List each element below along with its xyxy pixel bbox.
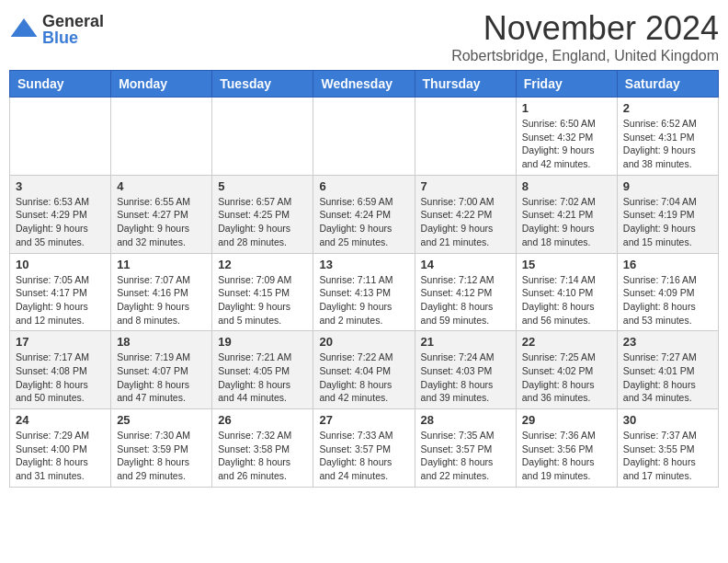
day-info: Sunrise: 7:09 AM Sunset: 4:15 PM Dayligh… (218, 273, 307, 327)
calendar-cell (313, 98, 415, 176)
day-header-saturday: Saturday (617, 71, 718, 98)
day-info: Sunrise: 7:24 AM Sunset: 4:03 PM Dayligh… (421, 350, 510, 405)
day-header-wednesday: Wednesday (313, 71, 415, 98)
day-header-friday: Friday (516, 71, 617, 98)
day-info: Sunrise: 7:37 AM Sunset: 3:55 PM Dayligh… (623, 429, 712, 483)
day-info: Sunrise: 7:36 AM Sunset: 3:56 PM Dayligh… (522, 429, 611, 483)
day-number: 28 (421, 413, 510, 427)
calendar-cell (212, 98, 313, 176)
calendar-cell: 10Sunrise: 7:05 AM Sunset: 4:17 PM Dayli… (10, 253, 111, 331)
day-info: Sunrise: 7:25 AM Sunset: 4:02 PM Dayligh… (522, 350, 611, 405)
calendar-cell: 2Sunrise: 6:52 AM Sunset: 4:31 PM Daylig… (617, 98, 718, 176)
calendar-cell: 25Sunrise: 7:30 AM Sunset: 3:59 PM Dayli… (111, 409, 212, 488)
day-number: 27 (319, 413, 408, 427)
day-number: 11 (117, 258, 206, 271)
calendar-cell: 20Sunrise: 7:22 AM Sunset: 4:04 PM Dayli… (313, 331, 415, 409)
calendar-cell: 24Sunrise: 7:29 AM Sunset: 4:00 PM Dayli… (10, 409, 111, 488)
day-number: 15 (522, 258, 611, 271)
day-number: 6 (319, 179, 408, 193)
day-number: 12 (218, 258, 307, 271)
day-info: Sunrise: 7:04 AM Sunset: 4:19 PM Dayligh… (623, 195, 712, 249)
day-header-thursday: Thursday (415, 71, 516, 98)
month-title: November 2024 (451, 9, 719, 48)
day-number: 16 (623, 258, 712, 271)
calendar-cell: 11Sunrise: 7:07 AM Sunset: 4:16 PM Dayli… (111, 253, 212, 331)
calendar-cell: 17Sunrise: 7:17 AM Sunset: 4:08 PM Dayli… (10, 331, 111, 409)
day-header-sunday: Sunday (10, 71, 111, 98)
day-number: 20 (319, 335, 408, 349)
day-number: 21 (421, 335, 510, 349)
day-info: Sunrise: 7:14 AM Sunset: 4:10 PM Dayligh… (522, 273, 611, 327)
calendar-cell: 21Sunrise: 7:24 AM Sunset: 4:03 PM Dayli… (415, 331, 516, 409)
day-info: Sunrise: 7:30 AM Sunset: 3:59 PM Dayligh… (117, 429, 206, 483)
calendar-cell: 26Sunrise: 7:32 AM Sunset: 3:58 PM Dayli… (212, 409, 313, 488)
day-number: 5 (218, 179, 307, 193)
logo-icon (9, 15, 39, 44)
calendar-week-4: 17Sunrise: 7:17 AM Sunset: 4:08 PM Dayli… (10, 331, 719, 409)
calendar-cell: 8Sunrise: 7:02 AM Sunset: 4:21 PM Daylig… (516, 175, 617, 253)
day-info: Sunrise: 7:33 AM Sunset: 3:57 PM Dayligh… (319, 429, 408, 483)
logo-general: General (42, 13, 104, 29)
day-info: Sunrise: 6:53 AM Sunset: 4:29 PM Dayligh… (16, 195, 105, 249)
calendar-week-5: 24Sunrise: 7:29 AM Sunset: 4:00 PM Dayli… (10, 409, 719, 488)
location: Robertsbridge, England, United Kingdom (451, 48, 719, 64)
calendar-cell: 9Sunrise: 7:04 AM Sunset: 4:19 PM Daylig… (617, 175, 718, 253)
day-number: 26 (218, 413, 307, 427)
day-info: Sunrise: 7:35 AM Sunset: 3:57 PM Dayligh… (421, 429, 510, 483)
calendar-week-1: 1Sunrise: 6:50 AM Sunset: 4:32 PM Daylig… (10, 98, 719, 176)
day-info: Sunrise: 6:59 AM Sunset: 4:24 PM Dayligh… (319, 195, 408, 249)
calendar: SundayMondayTuesdayWednesdayThursdayFrid… (9, 70, 719, 488)
day-info: Sunrise: 7:32 AM Sunset: 3:58 PM Dayligh… (218, 429, 307, 483)
calendar-cell (111, 98, 212, 176)
day-info: Sunrise: 7:02 AM Sunset: 4:21 PM Dayligh… (522, 195, 611, 249)
day-number: 19 (218, 335, 307, 349)
day-number: 4 (117, 179, 206, 193)
calendar-cell: 1Sunrise: 6:50 AM Sunset: 4:32 PM Daylig… (516, 98, 617, 176)
day-info: Sunrise: 7:16 AM Sunset: 4:09 PM Dayligh… (623, 273, 712, 327)
calendar-cell: 22Sunrise: 7:25 AM Sunset: 4:02 PM Dayli… (516, 331, 617, 409)
day-info: Sunrise: 6:50 AM Sunset: 4:32 PM Dayligh… (522, 117, 611, 171)
day-info: Sunrise: 7:12 AM Sunset: 4:12 PM Dayligh… (421, 273, 510, 327)
calendar-header-row: SundayMondayTuesdayWednesdayThursdayFrid… (10, 71, 719, 98)
title-area: November 2024 Robertsbridge, England, Un… (451, 9, 719, 64)
day-number: 9 (623, 179, 712, 193)
day-number: 14 (421, 258, 510, 271)
day-info: Sunrise: 7:07 AM Sunset: 4:16 PM Dayligh… (117, 273, 206, 327)
day-number: 13 (319, 258, 408, 271)
calendar-cell: 12Sunrise: 7:09 AM Sunset: 4:15 PM Dayli… (212, 253, 313, 331)
day-number: 30 (623, 413, 712, 427)
calendar-cell: 16Sunrise: 7:16 AM Sunset: 4:09 PM Dayli… (617, 253, 718, 331)
day-info: Sunrise: 7:29 AM Sunset: 4:00 PM Dayligh… (16, 429, 105, 483)
calendar-week-3: 10Sunrise: 7:05 AM Sunset: 4:17 PM Dayli… (10, 253, 719, 331)
calendar-cell (10, 98, 111, 176)
svg-marker-0 (11, 18, 38, 37)
day-number: 25 (117, 413, 206, 427)
day-number: 7 (421, 179, 510, 193)
day-info: Sunrise: 6:52 AM Sunset: 4:31 PM Dayligh… (623, 117, 712, 171)
calendar-cell: 5Sunrise: 6:57 AM Sunset: 4:25 PM Daylig… (212, 175, 313, 253)
logo-text: General Blue (42, 13, 104, 46)
day-info: Sunrise: 7:27 AM Sunset: 4:01 PM Dayligh… (623, 350, 712, 405)
day-info: Sunrise: 7:00 AM Sunset: 4:22 PM Dayligh… (421, 195, 510, 249)
calendar-cell: 30Sunrise: 7:37 AM Sunset: 3:55 PM Dayli… (617, 409, 718, 488)
day-number: 22 (522, 335, 611, 349)
calendar-cell: 27Sunrise: 7:33 AM Sunset: 3:57 PM Dayli… (313, 409, 415, 488)
calendar-cell: 4Sunrise: 6:55 AM Sunset: 4:27 PM Daylig… (111, 175, 212, 253)
day-info: Sunrise: 7:17 AM Sunset: 4:08 PM Dayligh… (16, 350, 105, 405)
header: General Blue November 2024 Robertsbridge… (9, 9, 719, 64)
day-number: 3 (16, 179, 105, 193)
day-info: Sunrise: 7:11 AM Sunset: 4:13 PM Dayligh… (319, 273, 408, 327)
day-info: Sunrise: 7:22 AM Sunset: 4:04 PM Dayligh… (319, 350, 408, 405)
logo-blue: Blue (42, 29, 104, 46)
day-info: Sunrise: 6:55 AM Sunset: 4:27 PM Dayligh… (117, 195, 206, 249)
day-info: Sunrise: 6:57 AM Sunset: 4:25 PM Dayligh… (218, 195, 307, 249)
calendar-cell: 19Sunrise: 7:21 AM Sunset: 4:05 PM Dayli… (212, 331, 313, 409)
day-number: 23 (623, 335, 712, 349)
calendar-cell: 28Sunrise: 7:35 AM Sunset: 3:57 PM Dayli… (415, 409, 516, 488)
day-number: 1 (522, 101, 611, 115)
day-info: Sunrise: 7:21 AM Sunset: 4:05 PM Dayligh… (218, 350, 307, 405)
day-number: 18 (117, 335, 206, 349)
calendar-cell: 18Sunrise: 7:19 AM Sunset: 4:07 PM Dayli… (111, 331, 212, 409)
calendar-cell: 6Sunrise: 6:59 AM Sunset: 4:24 PM Daylig… (313, 175, 415, 253)
calendar-cell: 7Sunrise: 7:00 AM Sunset: 4:22 PM Daylig… (415, 175, 516, 253)
